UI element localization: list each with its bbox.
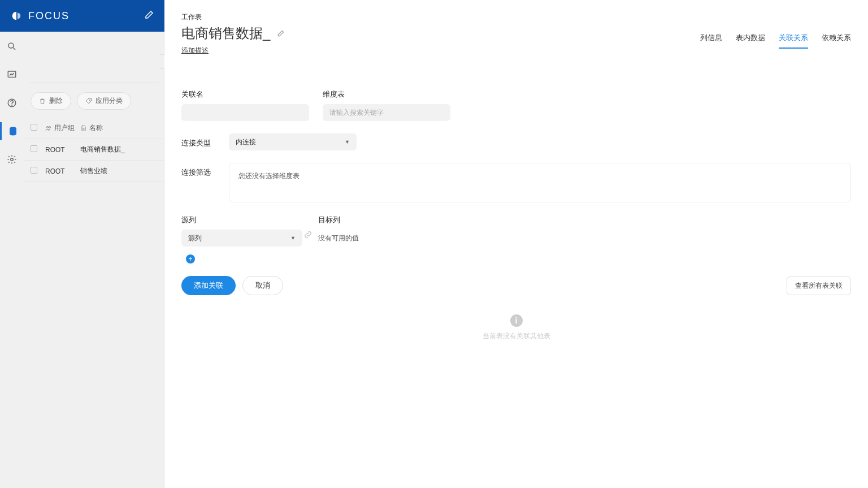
source-column-select[interactable]: 源列 ▼ bbox=[181, 230, 302, 247]
tab-columns[interactable]: 列信息 bbox=[700, 33, 722, 49]
dim-table-input[interactable] bbox=[323, 104, 450, 121]
help-icon bbox=[7, 98, 17, 108]
rail-dashboard[interactable] bbox=[0, 66, 24, 84]
brand-name: FOCUS bbox=[28, 10, 70, 22]
brand-bar: FOCUS bbox=[0, 0, 164, 32]
brand-logo: FOCUS bbox=[10, 10, 70, 22]
delete-label: 删除 bbox=[49, 96, 63, 106]
row-name: 销售业绩 bbox=[80, 166, 157, 176]
dim-table-label: 维度表 bbox=[323, 89, 450, 100]
edit-title-icon[interactable] bbox=[277, 29, 285, 37]
row-name: 电商销售数据_ bbox=[80, 145, 157, 154]
svg-point-0 bbox=[8, 43, 14, 48]
tag-icon bbox=[85, 98, 92, 105]
add-relation-button[interactable]: 添加关联 bbox=[181, 276, 236, 295]
target-column-label: 目标列 bbox=[318, 215, 359, 225]
rail-data[interactable] bbox=[0, 122, 24, 140]
add-column-button[interactable]: + bbox=[186, 254, 195, 264]
svg-point-8 bbox=[49, 126, 51, 128]
chevron-down-icon: ▼ bbox=[345, 139, 350, 145]
table-list: 用户组 名称 ROOT 电商销售数据_ ROOT 销售业绩 bbox=[24, 118, 164, 182]
rail-help[interactable] bbox=[0, 94, 24, 112]
side-panel: 删除 应用分类 用户组 名称 ROOT 电商销售数据_ ROOT 销 bbox=[24, 32, 164, 488]
row-group: ROOT bbox=[45, 167, 77, 175]
breadcrumb: 工作表 bbox=[181, 12, 851, 22]
main-content: 工作表 电商销售数据_ 添加描述 列信息 表内数据 关联关系 依赖关系 关联名 … bbox=[164, 0, 868, 488]
chart-icon bbox=[7, 70, 17, 80]
table-row[interactable]: ROOT 电商销售数据_ bbox=[24, 139, 164, 161]
rail-search[interactable] bbox=[0, 37, 24, 55]
list-header: 用户组 名称 bbox=[24, 118, 164, 139]
add-description-link[interactable]: 添加描述 bbox=[181, 46, 209, 55]
database-icon bbox=[8, 126, 18, 136]
empty-state: i 当前表没有关联其他表 bbox=[181, 314, 851, 341]
empty-text: 当前表没有关联其他表 bbox=[181, 331, 851, 341]
panel-divider bbox=[29, 83, 158, 83]
chevron-down-icon: ▼ bbox=[290, 235, 296, 241]
relation-name-label: 关联名 bbox=[181, 89, 309, 100]
action-row: 添加关联 取消 查看所有表关联 bbox=[181, 276, 851, 295]
link-separator bbox=[302, 215, 314, 239]
delete-button[interactable]: 删除 bbox=[31, 92, 71, 110]
tab-dependencies[interactable]: 依赖关系 bbox=[822, 33, 851, 49]
select-all-checkbox[interactable] bbox=[31, 124, 37, 131]
category-button[interactable]: 应用分类 bbox=[77, 92, 131, 110]
target-empty-text: 没有可用的值 bbox=[318, 230, 359, 243]
filter-label: 连接筛选 bbox=[181, 163, 215, 178]
tab-relations[interactable]: 关联关系 bbox=[779, 33, 808, 49]
filter-box[interactable]: 您还没有选择维度表 bbox=[229, 163, 851, 202]
doc-icon bbox=[80, 125, 87, 132]
rail-settings[interactable] bbox=[0, 150, 24, 169]
join-type-value: 内连接 bbox=[236, 137, 256, 147]
join-type-select[interactable]: 内连接 ▼ bbox=[229, 133, 357, 150]
view-all-relations-button[interactable]: 查看所有表关联 bbox=[787, 277, 851, 295]
header-name-label: 名称 bbox=[89, 123, 103, 133]
search-icon bbox=[7, 41, 17, 51]
filter-placeholder: 您还没有选择维度表 bbox=[238, 172, 300, 180]
page-title: 电商销售数据_ bbox=[181, 24, 270, 42]
row-checkbox[interactable] bbox=[31, 145, 37, 152]
brand-edit-button[interactable] bbox=[144, 10, 154, 22]
tab-data[interactable]: 表内数据 bbox=[736, 33, 765, 49]
cancel-button[interactable]: 取消 bbox=[242, 276, 283, 295]
users-icon bbox=[45, 125, 52, 132]
info-icon: i bbox=[510, 314, 523, 327]
panel-actions: 删除 应用分类 bbox=[24, 92, 164, 118]
edit-icon bbox=[144, 10, 154, 20]
trash-icon bbox=[39, 98, 46, 105]
table-row[interactable]: ROOT 销售业绩 bbox=[24, 161, 164, 182]
tabs: 列信息 表内数据 关联关系 依赖关系 bbox=[700, 33, 851, 49]
category-label: 应用分类 bbox=[96, 96, 123, 106]
row-checkbox[interactable] bbox=[31, 167, 37, 174]
svg-point-7 bbox=[47, 126, 49, 128]
svg-point-5 bbox=[11, 158, 14, 161]
link-icon bbox=[304, 231, 312, 239]
header-group-label: 用户组 bbox=[54, 123, 75, 133]
source-column-label: 源列 bbox=[181, 215, 302, 225]
svg-point-3 bbox=[12, 105, 12, 105]
relation-form: 关联名 维度表 连接类型 内连接 ▼ 连接筛选 您还没有选择维度表 bbox=[181, 89, 851, 341]
gear-icon bbox=[7, 154, 17, 165]
source-column-value: 源列 bbox=[188, 234, 202, 243]
row-group: ROOT bbox=[45, 146, 77, 154]
relation-name-input[interactable] bbox=[181, 104, 309, 121]
join-type-label: 连接类型 bbox=[181, 133, 215, 148]
icon-rail bbox=[0, 32, 24, 488]
svg-point-6 bbox=[89, 100, 90, 101]
logo-icon bbox=[10, 10, 23, 22]
